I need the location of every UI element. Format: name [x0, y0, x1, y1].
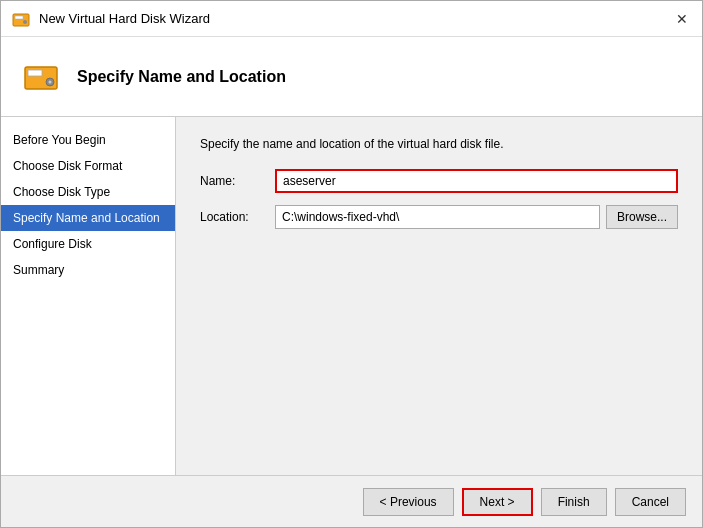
sidebar-item-choose-disk-type[interactable]: Choose Disk Type	[1, 179, 175, 205]
main-content: Specify the name and location of the vir…	[176, 117, 702, 475]
title-bar: New Virtual Hard Disk Wizard ✕	[1, 1, 702, 37]
sidebar-item-summary[interactable]: Summary	[1, 257, 175, 283]
instruction-text: Specify the name and location of the vir…	[200, 137, 678, 151]
cancel-button[interactable]: Cancel	[615, 488, 686, 516]
footer: < Previous Next > Finish Cancel	[1, 475, 702, 527]
next-button[interactable]: Next >	[462, 488, 533, 516]
close-button[interactable]: ✕	[672, 9, 692, 29]
svg-point-2	[23, 20, 27, 24]
browse-button[interactable]: Browse...	[606, 205, 678, 229]
sidebar-item-specify-name-location[interactable]: Specify Name and Location	[1, 205, 175, 231]
location-input[interactable]	[275, 205, 600, 229]
location-label: Location:	[200, 210, 275, 224]
content-area: Before You Begin Choose Disk Format Choo…	[1, 117, 702, 475]
name-label: Name:	[200, 174, 275, 188]
svg-point-6	[49, 80, 52, 83]
wizard-header: Specify Name and Location	[1, 37, 702, 117]
name-row: Name:	[200, 169, 678, 193]
sidebar: Before You Begin Choose Disk Format Choo…	[1, 117, 176, 475]
finish-button[interactable]: Finish	[541, 488, 607, 516]
header-icon	[21, 57, 61, 97]
title-bar-icon	[11, 9, 31, 29]
sidebar-item-before-you-begin[interactable]: Before You Begin	[1, 127, 175, 153]
svg-rect-1	[15, 16, 23, 19]
wizard-window: New Virtual Hard Disk Wizard ✕ Specify N…	[0, 0, 703, 528]
svg-rect-4	[28, 70, 42, 76]
sidebar-item-configure-disk[interactable]: Configure Disk	[1, 231, 175, 257]
previous-button[interactable]: < Previous	[363, 488, 454, 516]
sidebar-item-choose-disk-format[interactable]: Choose Disk Format	[1, 153, 175, 179]
location-row: Location: Browse...	[200, 205, 678, 229]
title-bar-text: New Virtual Hard Disk Wizard	[39, 11, 672, 26]
name-input[interactable]	[275, 169, 678, 193]
header-title: Specify Name and Location	[77, 68, 286, 86]
